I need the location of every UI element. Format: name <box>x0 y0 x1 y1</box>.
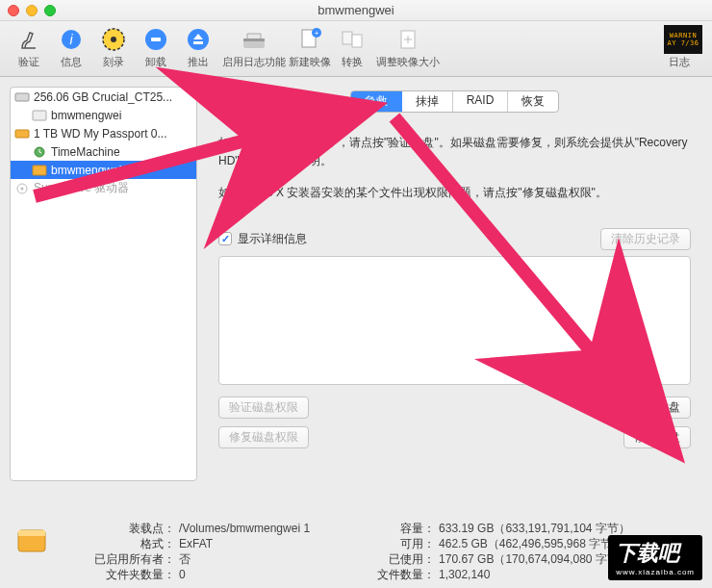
svg-rect-14 <box>343 32 352 44</box>
watermark-logo: 下载吧 www.xiazaiba.com <box>608 535 702 580</box>
svg-rect-10 <box>243 38 265 41</box>
footer: 装载点： 格式： 已启用所有者： 文件夹数量： /Volumes/bmwmeng… <box>0 521 712 582</box>
tab-restore[interactable]: 恢复 <box>508 91 558 112</box>
action-buttons: 验证磁盘权限 验证磁盘 修复磁盘权限 修复磁盘 <box>207 387 702 456</box>
main-panel: 急救 抹掉 RAID 恢复 如果"修复磁盘\"不可用"，请点按"验证磁盘"。如果… <box>207 87 702 481</box>
eject-icon <box>184 25 213 54</box>
svg-rect-18 <box>33 111 46 120</box>
microscope-icon <box>14 25 43 54</box>
unmount-icon <box>141 25 170 54</box>
sidebar-item-label: TimeMachine <box>51 145 120 159</box>
toolbar-label: 新建映像 <box>289 55 331 69</box>
svg-rect-6 <box>151 38 161 41</box>
sidebar-item-ext-disk[interactable]: 1 TB WD My Passport 0... <box>11 124 196 142</box>
content: 256.06 GB Crucial_CT25... bmwmengwei 1 T… <box>0 77 712 491</box>
show-details-checkbox[interactable]: ✓ <box>218 232 232 245</box>
toolbar-unmount[interactable]: 卸载 <box>135 25 177 69</box>
toolbar-resize-image[interactable]: 调整映像大小 <box>373 25 443 69</box>
toolbar-eject[interactable]: 推出 <box>177 25 219 69</box>
toolbar-label: 推出 <box>188 55 209 69</box>
ext-hdd-icon <box>14 127 30 141</box>
repair-permissions-button[interactable]: 修复磁盘权限 <box>218 426 309 448</box>
toolbar-label: 信息 <box>61 55 82 69</box>
new-image-icon: + <box>295 25 324 54</box>
toolbar: 验证 i 信息 刻录 卸载 推出 启用日志功能 + 新建映像 <box>0 21 712 77</box>
svg-text:+: + <box>315 29 319 38</box>
svg-point-23 <box>21 187 24 190</box>
toolbar-new-image[interactable]: + 新建映像 <box>289 25 331 69</box>
log-enable-icon <box>240 25 268 54</box>
repair-disk-button[interactable]: 修复磁盘 <box>623 426 691 448</box>
svg-point-4 <box>111 37 116 42</box>
toolbar-label: 转换 <box>342 55 363 69</box>
sidebar-item-bmwmengwei[interactable]: bmwmengwei <box>11 161 196 179</box>
toolbar-label: 验证 <box>18 55 39 69</box>
ext-volume-icon <box>32 164 47 177</box>
footer-right-labels: 容量： 可用： 已使用： 文件数量： <box>377 521 435 582</box>
sidebar-item-label: 1 TB WD My Passport 0... <box>34 127 166 141</box>
footer-right-values: 633.19 GB（633,191,791,104 字节） 462.5 GB（4… <box>439 521 630 582</box>
sidebar-item-volume[interactable]: bmwmengwei <box>11 106 196 124</box>
sidebar-item-superdrive[interactable]: SuperDrive 驱动器 <box>11 179 196 197</box>
verify-disk-button[interactable]: 验证磁盘 <box>623 396 691 419</box>
svg-rect-17 <box>15 93 29 101</box>
warning-badge: WARNIN AY 7/36 <box>664 25 702 54</box>
resize-icon <box>394 25 422 54</box>
toolbar-burn[interactable]: 刻录 <box>92 25 135 69</box>
toolbar-enable-log[interactable]: 启用日志功能 <box>219 25 289 69</box>
sidebar-item-label: 256.06 GB Crucial_CT25... <box>34 90 172 104</box>
tab-raid[interactable]: RAID <box>453 91 509 112</box>
timemachine-icon <box>32 145 47 159</box>
verify-permissions-button[interactable]: 验证磁盘权限 <box>218 396 309 419</box>
toolbar-convert[interactable]: 转换 <box>331 25 373 69</box>
volume-icon <box>32 109 47 122</box>
sidebar-item-label: bmwmengwei <box>51 164 121 177</box>
show-details-label: 显示详细信息 <box>238 231 307 247</box>
toolbar-verify[interactable]: 验证 <box>8 25 50 69</box>
footer-left-values: /Volumes/bmwmengwei 1 ExFAT 否 0 <box>179 521 310 582</box>
sidebar: 256.06 GB Crucial_CT25... bmwmengwei 1 T… <box>10 87 197 481</box>
window-title: bmwmengwei <box>0 3 712 17</box>
sidebar-item-label: bmwmengwei <box>51 109 121 122</box>
burn-icon <box>99 25 128 54</box>
sidebar-item-label: SuperDrive 驱动器 <box>34 180 129 196</box>
toolbar-info[interactable]: i 信息 <box>50 25 92 69</box>
tab-bar: 急救 抹掉 RAID 恢复 <box>207 90 702 113</box>
clear-history-button[interactable]: 清除历史记录 <box>600 228 691 250</box>
toolbar-label: 卸载 <box>145 55 166 69</box>
titlebar: bmwmengwei <box>0 0 712 21</box>
sidebar-item-disk[interactable]: 256.06 GB Crucial_CT25... <box>11 88 196 106</box>
disk-icon <box>15 524 48 557</box>
tab-first-aid[interactable]: 急救 <box>351 91 402 112</box>
toolbar-label: 日志 <box>669 55 690 69</box>
sidebar-item-timemachine[interactable]: TimeMachine <box>11 142 196 161</box>
description: 如果"修复磁盘\"不可用"，请点按"验证磁盘"。如果磁盘需要修复，则系统会提供从… <box>207 113 702 209</box>
svg-rect-15 <box>352 35 362 47</box>
footer-left-labels: 装载点： 格式： 已启用所有者： 文件夹数量： <box>94 521 175 582</box>
log-output <box>218 256 691 385</box>
tab-erase[interactable]: 抹掉 <box>402 91 453 112</box>
svg-rect-25 <box>18 530 45 536</box>
info-icon: i <box>57 25 86 54</box>
hdd-icon <box>14 90 30 104</box>
svg-rect-8 <box>193 41 203 44</box>
details-row: ✓ 显示详细信息 清除历史记录 <box>207 209 702 254</box>
toolbar-label: 启用日志功能 <box>222 55 286 69</box>
toolbar-label: 刻录 <box>103 55 124 69</box>
convert-icon <box>338 25 367 54</box>
svg-rect-21 <box>33 166 46 175</box>
svg-rect-19 <box>15 130 29 138</box>
toolbar-label: 调整映像大小 <box>376 55 440 69</box>
optical-icon <box>14 182 30 195</box>
